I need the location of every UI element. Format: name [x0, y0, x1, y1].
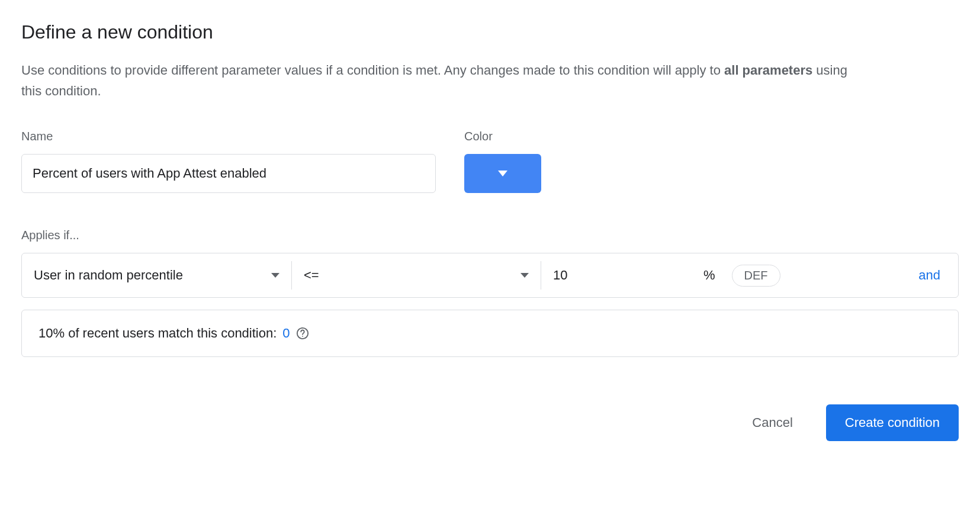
color-select[interactable]	[464, 154, 541, 193]
operator-text: <=	[304, 268, 319, 283]
svg-point-1	[302, 336, 303, 337]
condition-type-select[interactable]: User in random percentile	[22, 253, 291, 297]
cancel-button[interactable]: Cancel	[743, 408, 802, 438]
and-cell: and	[901, 253, 958, 297]
and-link[interactable]: and	[918, 268, 940, 283]
match-count: 0	[282, 326, 290, 341]
name-input[interactable]	[21, 154, 436, 193]
def-chip[interactable]: DEF	[732, 265, 780, 287]
def-cell: DEF	[724, 253, 789, 297]
page-title: Define a new condition	[21, 21, 959, 43]
caret-down-icon	[498, 171, 507, 176]
color-label: Color	[464, 130, 541, 143]
applies-if-label: Applies if...	[21, 229, 959, 242]
percent-cell: %	[695, 253, 724, 297]
caret-down-icon	[271, 273, 279, 278]
value-cell	[541, 253, 695, 297]
description: Use conditions to provide different para…	[21, 60, 850, 101]
condition-row: User in random percentile <= % DEF and	[21, 253, 959, 298]
name-field-group: Name	[21, 130, 436, 193]
help-icon[interactable]	[296, 327, 309, 340]
percent-symbol: %	[703, 268, 715, 283]
name-label: Name	[21, 130, 436, 143]
create-condition-button[interactable]: Create condition	[826, 404, 959, 441]
color-field-group: Color	[464, 130, 541, 193]
description-prefix: Use conditions to provide different para…	[21, 63, 724, 78]
match-summary: 10% of recent users match this condition…	[21, 310, 959, 357]
caret-down-icon	[520, 273, 529, 278]
operator-select[interactable]: <=	[292, 253, 541, 297]
field-row: Name Color	[21, 130, 959, 193]
match-text: 10% of recent users match this condition…	[38, 326, 277, 341]
description-bold: all parameters	[724, 63, 812, 78]
condition-type-text: User in random percentile	[34, 268, 183, 283]
value-input[interactable]	[553, 268, 683, 283]
footer: Cancel Create condition	[21, 404, 959, 441]
